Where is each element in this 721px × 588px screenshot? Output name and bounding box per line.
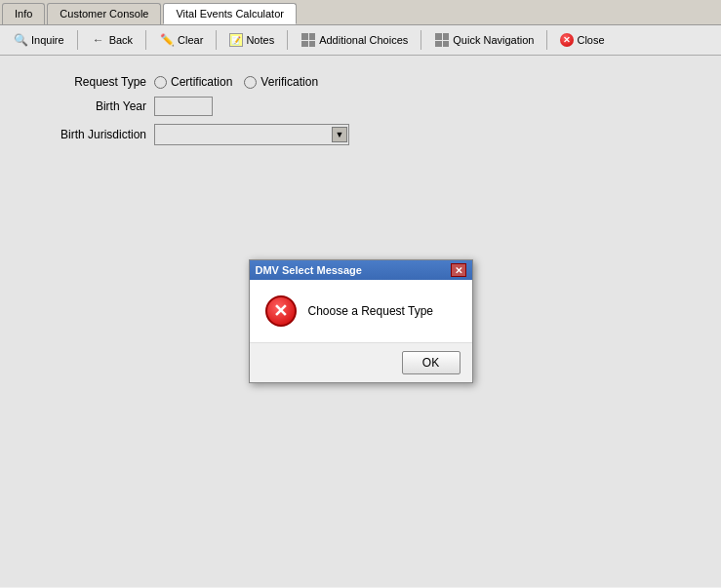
back-button[interactable]: ← Back	[82, 28, 141, 52]
pencil-icon: ✏️	[159, 32, 175, 48]
grid-icon	[300, 32, 316, 48]
notes-button[interactable]: 📝 Notes	[220, 29, 283, 51]
modal-overlay: DMV Select Message ✕ ✕ Choose a Request …	[0, 56, 721, 587]
separator-3	[216, 30, 217, 50]
inquire-button[interactable]: 🔍 Inquire	[4, 28, 73, 52]
main-content: Request Type Certification Verification …	[0, 56, 721, 587]
close-button[interactable]: ✕ Close	[551, 29, 613, 51]
error-icon: ✕	[265, 295, 297, 327]
dialog-title: DMV Select Message	[256, 264, 362, 276]
additional-choices-label: Additional Choices	[319, 34, 408, 46]
dialog-close-button[interactable]: ✕	[451, 263, 466, 277]
additional-choices-button[interactable]: Additional Choices	[292, 28, 417, 52]
toolbar: 🔍 Inquire ← Back ✏️ Clear 📝 Notes Additi…	[0, 25, 721, 56]
quick-navigation-label: Quick Navigation	[453, 34, 534, 46]
quick-nav-icon	[434, 32, 450, 48]
tab-vital-events-calculator[interactable]: Vital Events Calculator	[163, 3, 296, 24]
ok-button[interactable]: OK	[402, 351, 461, 374]
clear-button[interactable]: ✏️ Clear	[150, 28, 212, 52]
tab-bar: Info Customer Console Vital Events Calcu…	[0, 0, 721, 25]
back-label: Back	[109, 34, 133, 46]
close-label: Close	[577, 34, 604, 46]
clear-label: Clear	[178, 34, 203, 46]
close-icon: ✕	[560, 33, 574, 47]
back-icon: ←	[91, 32, 106, 48]
dialog: DMV Select Message ✕ ✕ Choose a Request …	[249, 259, 473, 383]
separator-6	[546, 30, 547, 50]
separator-5	[421, 30, 421, 50]
dialog-footer: OK	[250, 342, 472, 382]
dialog-titlebar: DMV Select Message ✕	[250, 260, 472, 280]
tab-info[interactable]: Info	[2, 3, 45, 24]
inquire-label: Inquire	[31, 34, 64, 46]
magnifier-icon: 🔍	[13, 32, 28, 48]
notes-label: Notes	[246, 34, 274, 46]
notes-icon: 📝	[229, 33, 243, 47]
dialog-body: ✕ Choose a Request Type	[250, 280, 472, 342]
dialog-message: Choose a Request Type	[308, 304, 434, 318]
separator-4	[287, 30, 288, 50]
separator-2	[145, 30, 146, 50]
separator-1	[77, 30, 78, 50]
quick-navigation-button[interactable]: Quick Navigation	[425, 28, 542, 52]
tab-customer-console[interactable]: Customer Console	[47, 3, 161, 24]
